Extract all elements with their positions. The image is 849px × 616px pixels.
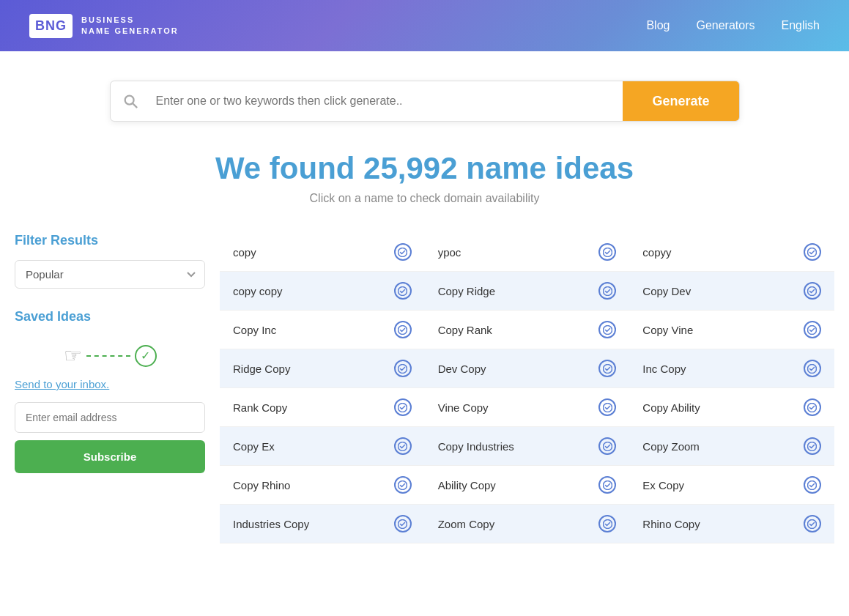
- name-item[interactable]: Copy Dev: [629, 272, 834, 311]
- logo-tagline: BUSINESS NAME GENERATOR: [81, 15, 179, 37]
- check-circle-saved: ✓: [135, 345, 157, 367]
- svg-line-1: [133, 103, 137, 108]
- hand-icon: ☞: [64, 344, 82, 368]
- name-text: ypoc: [438, 246, 461, 259]
- logo-area: BNG BUSINESS NAME GENERATOR: [29, 14, 179, 38]
- search-icon: [111, 81, 150, 121]
- names-column-2: copyyCopy DevCopy VineInc CopyCopy Abili…: [629, 233, 834, 543]
- results-subtitle: Click on a name to check domain availabi…: [15, 192, 834, 205]
- name-item[interactable]: Copy Rank: [425, 311, 630, 349]
- saved-ideas-animation: ☞ ✓: [15, 336, 205, 371]
- name-text: copyy: [642, 246, 671, 259]
- name-item[interactable]: Copy Zoom: [629, 427, 834, 466]
- name-item[interactable]: Vine Copy: [425, 388, 630, 427]
- save-check-icon[interactable]: [804, 282, 821, 300]
- save-check-icon[interactable]: [598, 321, 616, 338]
- name-item[interactable]: Ridge Copy: [220, 349, 425, 388]
- save-check-icon[interactable]: [394, 360, 412, 377]
- svg-point-0: [125, 96, 133, 105]
- send-inbox-link[interactable]: Send to your inbox.: [15, 378, 205, 390]
- name-text: Copy Dev: [642, 285, 691, 297]
- name-item[interactable]: Copy Ex: [220, 427, 425, 466]
- name-text: Dev Copy: [438, 363, 486, 375]
- save-check-icon[interactable]: [804, 437, 821, 455]
- save-check-icon[interactable]: [598, 243, 616, 261]
- name-item[interactable]: Dev Copy: [425, 349, 630, 388]
- save-check-icon[interactable]: [598, 360, 616, 377]
- name-text: Copy Industries: [438, 440, 514, 453]
- save-check-icon[interactable]: [394, 476, 412, 494]
- name-item[interactable]: Zoom Copy: [425, 505, 630, 543]
- save-check-icon[interactable]: [598, 398, 616, 416]
- save-check-icon[interactable]: [394, 243, 412, 261]
- name-text: Copy Ridge: [438, 285, 495, 297]
- name-item[interactable]: copy copy: [220, 272, 425, 311]
- name-text: Vine Copy: [438, 401, 489, 414]
- name-item[interactable]: Industries Copy: [220, 505, 425, 543]
- name-item[interactable]: Copy Vine: [629, 311, 834, 349]
- name-text: Copy Ability: [642, 401, 700, 414]
- save-check-icon[interactable]: [804, 515, 821, 532]
- save-check-icon[interactable]: [804, 243, 821, 261]
- save-check-icon[interactable]: [804, 476, 821, 494]
- search-input[interactable]: [150, 81, 623, 121]
- search-section: Generate: [0, 51, 849, 136]
- name-item[interactable]: Inc Copy: [629, 349, 834, 388]
- name-text: Copy Ex: [233, 440, 275, 453]
- name-text: Copy Zoom: [642, 440, 700, 453]
- search-box: Generate: [110, 81, 740, 122]
- email-input[interactable]: [15, 402, 205, 433]
- name-text: Ability Copy: [438, 479, 496, 491]
- logo-acronym: BNG: [35, 18, 67, 33]
- name-text: Inc Copy: [642, 363, 686, 375]
- save-check-icon[interactable]: [804, 321, 821, 338]
- nav-generators[interactable]: Generators: [696, 19, 755, 32]
- save-check-icon[interactable]: [598, 282, 616, 300]
- name-item[interactable]: Copy Industries: [425, 427, 630, 466]
- header: BNG BUSINESS NAME GENERATOR Blog Generat…: [0, 0, 849, 51]
- name-item[interactable]: copy: [220, 233, 425, 272]
- nav-language[interactable]: English: [782, 19, 820, 32]
- name-text: Rank Copy: [233, 401, 287, 414]
- saved-ideas-title: Saved Ideas: [15, 309, 205, 324]
- name-item[interactable]: copyy: [629, 233, 834, 272]
- name-item[interactable]: Rhino Copy: [629, 505, 834, 543]
- name-text: Ridge Copy: [233, 363, 290, 375]
- subscribe-button[interactable]: Subscribe: [15, 440, 205, 473]
- name-text: Copy Vine: [642, 324, 693, 336]
- save-check-icon[interactable]: [394, 282, 412, 300]
- name-text: Ex Copy: [642, 479, 684, 491]
- save-check-icon[interactable]: [598, 437, 616, 455]
- names-grid: copycopy copyCopy IncRidge CopyRank Copy…: [220, 233, 834, 543]
- name-item[interactable]: Ex Copy: [629, 466, 834, 505]
- filter-select[interactable]: Popular Alphabetical Short Long: [15, 260, 205, 289]
- save-check-icon[interactable]: [598, 515, 616, 532]
- save-check-icon[interactable]: [804, 360, 821, 377]
- name-text: Copy Inc: [233, 324, 276, 336]
- name-item[interactable]: Copy Ability: [629, 388, 834, 427]
- name-text: Copy Rank: [438, 324, 492, 336]
- name-item[interactable]: Copy Ridge: [425, 272, 630, 311]
- save-check-icon[interactable]: [394, 321, 412, 338]
- name-item[interactable]: Copy Rhino: [220, 466, 425, 505]
- name-text: copy copy: [233, 285, 283, 297]
- name-item[interactable]: Copy Inc: [220, 311, 425, 349]
- name-text: Industries Copy: [233, 518, 309, 530]
- name-item[interactable]: ypoc: [425, 233, 630, 272]
- filter-title: Filter Results: [15, 233, 205, 248]
- nav-blog[interactable]: Blog: [646, 19, 670, 32]
- names-column-0: copycopy copyCopy IncRidge CopyRank Copy…: [220, 233, 425, 543]
- save-check-icon[interactable]: [394, 398, 412, 416]
- save-check-icon[interactable]: [804, 398, 821, 416]
- save-check-icon[interactable]: [394, 515, 412, 532]
- arrow-dotted: [86, 355, 130, 357]
- save-check-icon[interactable]: [598, 476, 616, 494]
- sidebar: Filter Results Popular Alphabetical Shor…: [15, 233, 205, 543]
- save-check-icon[interactable]: [394, 437, 412, 455]
- name-item[interactable]: Ability Copy: [425, 466, 630, 505]
- name-text: Zoom Copy: [438, 518, 495, 530]
- generate-button[interactable]: Generate: [623, 81, 738, 121]
- name-item[interactable]: Rank Copy: [220, 388, 425, 427]
- nav: Blog Generators English: [646, 19, 820, 32]
- logo-box: BNG: [29, 14, 73, 38]
